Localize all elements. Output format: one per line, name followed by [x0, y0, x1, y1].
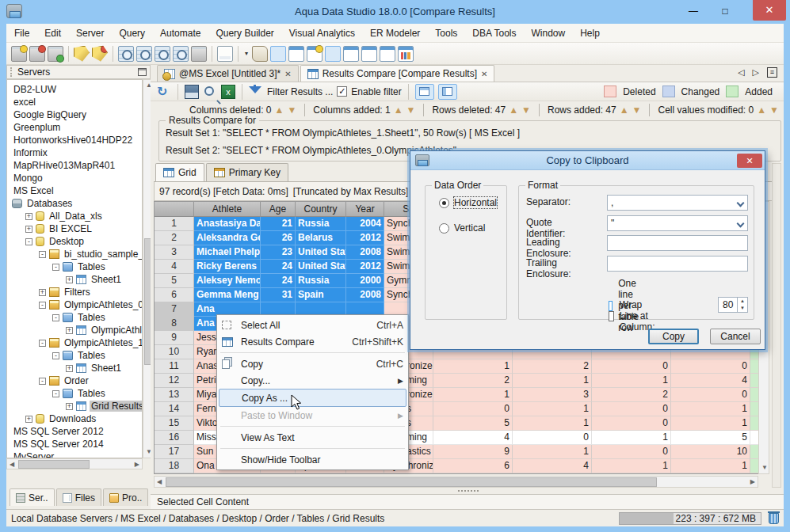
dialog-close-button[interactable]: ✕: [737, 154, 762, 168]
cell[interactable]: 1: [671, 416, 750, 431]
cell[interactable]: 14: [155, 402, 194, 416]
tab-grid[interactable]: Grid: [155, 163, 204, 181]
tree-item-bi-studio-sample-da[interactable]: -bi_studio_sample_da: [7, 248, 142, 260]
cell[interactable]: 13: [155, 388, 194, 402]
checkbox-icon[interactable]: [609, 311, 614, 321]
cell[interactable]: 1: [671, 459, 750, 473]
collapse-icon[interactable]: -: [52, 390, 59, 397]
panel-scrollbar[interactable]: [772, 163, 781, 488]
cell[interactable]: 4: [433, 431, 513, 445]
cell[interactable]: 23: [261, 245, 296, 260]
scroll-left-icon[interactable]: ◀: [157, 477, 162, 487]
cell[interactable]: Aleksandra Ge: [194, 231, 261, 245]
menu-visual-analytics[interactable]: Visual Analytics: [289, 28, 355, 39]
cell[interactable]: 17: [155, 445, 194, 459]
cell[interactable]: 26: [261, 231, 296, 245]
refresh-icon[interactable]: ↻: [157, 85, 171, 99]
collapse-icon[interactable]: -: [25, 238, 32, 245]
query-find-results-icon[interactable]: [136, 46, 152, 62]
document-dropdown-icon[interactable]: ▾: [245, 50, 248, 57]
cell[interactable]: 1: [513, 374, 592, 388]
collapse-icon[interactable]: -: [39, 378, 46, 385]
cell[interactable]: 0: [671, 388, 750, 402]
cell[interactable]: 24: [261, 260, 296, 274]
dialog-title-bar[interactable]: Copy to Clipboard ✕: [410, 151, 765, 170]
tab-close-icon[interactable]: ✕: [284, 70, 291, 78]
tree-item-sheet1[interactable]: +Sheet1: [7, 273, 142, 286]
column-header-Year[interactable]: Year: [346, 202, 384, 217]
cell[interactable]: 1: [671, 402, 750, 416]
tree-item-hortonworkshive014hdp22[interactable]: HortonworksHive014HDP22: [7, 134, 142, 146]
sidebar-tab-ser[interactable]: Ser..: [10, 488, 55, 506]
cell[interactable]: 9: [433, 445, 513, 459]
query-find-grid-icon[interactable]: [155, 46, 170, 62]
cell[interactable]: 0: [592, 416, 671, 431]
view-form-icon[interactable]: [288, 46, 304, 62]
tree-item-ms-sql-server-2014[interactable]: MS SQL Server 2014: [7, 438, 142, 450]
view-pivot-icon[interactable]: [343, 46, 359, 62]
scroll-thumb[interactable]: [166, 477, 657, 487]
prev-diff-icon[interactable]: ▲: [620, 104, 629, 116]
cell[interactable]: 2004: [346, 217, 384, 231]
enable-filter-checkbox[interactable]: ✓: [337, 86, 347, 97]
view-form-record-icon[interactable]: [307, 46, 322, 62]
cell[interactable]: 2: [433, 374, 513, 388]
field-input-leading-enclosure-[interactable]: [607, 235, 748, 251]
checkbox-wrap-line-at-column-[interactable]: Wrap Line at Column:: [609, 299, 660, 332]
expand-icon[interactable]: +: [25, 416, 32, 423]
menu-window[interactable]: Window: [532, 28, 566, 39]
close-button[interactable]: ✕: [753, 0, 786, 21]
expand-icon[interactable]: +: [66, 327, 73, 334]
cell[interactable]: 5: [155, 274, 194, 288]
tree-item-filters[interactable]: +Filters: [7, 286, 142, 298]
doc-tab-compare[interactable]: Results Compare [Compare Results]✕: [300, 65, 495, 82]
cell[interactable]: 8: [155, 317, 194, 331]
register-server-icon[interactable]: [11, 46, 27, 62]
cell[interactable]: 2: [155, 231, 194, 245]
tree-item-olympicathletes-0[interactable]: -OlympicAthletes_0: [7, 298, 142, 311]
field-input-separator-[interactable]: ,: [607, 195, 748, 211]
cell[interactable]: Belarus: [296, 231, 346, 245]
collapse-icon[interactable]: -: [52, 352, 59, 359]
menu-item-show-hide-toolbar[interactable]: Show/Hide Toolbar: [219, 451, 406, 468]
tree-item-downloads[interactable]: +Downloads: [7, 412, 142, 425]
new-document-icon[interactable]: [217, 46, 233, 62]
cell[interactable]: 10: [155, 345, 194, 359]
field-input-trailing-enclosure-[interactable]: [607, 256, 748, 272]
tree-item-tables[interactable]: -Tables: [7, 260, 142, 273]
new-query-analyzer-icon[interactable]: [74, 46, 90, 62]
cell[interactable]: 4: [155, 260, 194, 274]
cell[interactable]: Ricky Berens: [194, 260, 261, 274]
menu-item-copy-[interactable]: Copy...▶: [219, 372, 406, 389]
cell[interactable]: 0: [592, 445, 671, 459]
tree-item-tables[interactable]: -Tables: [7, 387, 142, 400]
cell[interactable]: 6: [433, 459, 513, 473]
cell[interactable]: 21: [261, 217, 296, 231]
compare-windows-icon[interactable]: [173, 46, 189, 62]
copy-button[interactable]: Copy: [648, 329, 699, 344]
tree-item-ms-excel[interactable]: MS Excel: [7, 184, 142, 197]
tree-item-mongo[interactable]: Mongo: [7, 172, 142, 184]
view-chart-icon[interactable]: [398, 46, 414, 62]
menu-item-select-all[interactable]: Select AllCtrl+A: [219, 317, 406, 333]
collapse-icon[interactable]: -: [39, 302, 46, 309]
maximize-button[interactable]: □: [715, 5, 735, 19]
collapse-icon[interactable]: -: [52, 264, 59, 271]
menu-query[interactable]: Query: [119, 28, 145, 39]
cell[interactable]: 4: [671, 374, 750, 388]
tree-item-google-bigquery[interactable]: Google BigQuery: [7, 108, 142, 121]
cell[interactable]: 5: [671, 431, 750, 445]
sidebar-tab-files[interactable]: Files: [56, 488, 101, 506]
tree-item-databases[interactable]: Databases: [7, 197, 142, 210]
cell[interactable]: 7: [155, 302, 194, 317]
drag-grip-icon[interactable]: [10, 67, 13, 77]
tab-primary-key[interactable]: Primary Key: [206, 163, 288, 181]
column-header-Athlete[interactable]: Athlete: [194, 202, 261, 217]
cell[interactable]: 0: [592, 359, 671, 374]
cell[interactable]: 11: [155, 359, 194, 374]
find-icon[interactable]: [204, 86, 214, 96]
cell[interactable]: 2: [592, 388, 671, 402]
cell[interactable]: 2012: [346, 231, 384, 245]
cell[interactable]: 1: [513, 416, 592, 431]
cell[interactable]: Gemma Meng: [194, 288, 261, 302]
